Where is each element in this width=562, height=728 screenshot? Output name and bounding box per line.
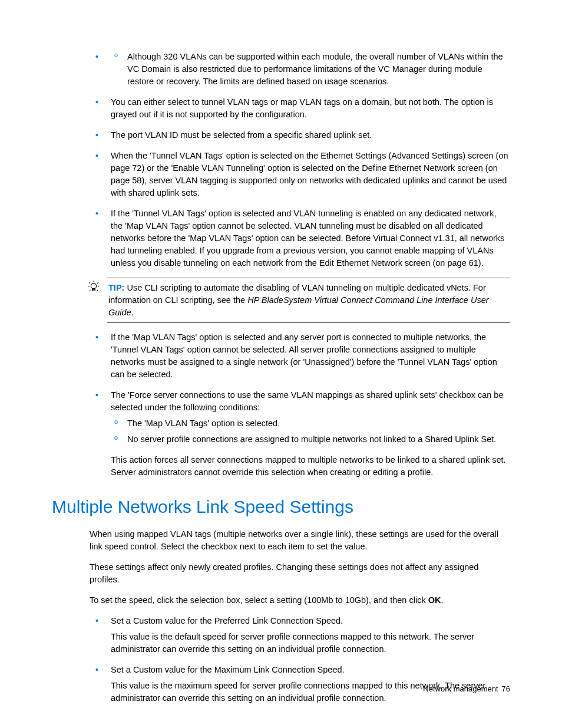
list-item: You can either select to tunnel VLAN tag… (90, 96, 510, 121)
footer-page-number: 76 (502, 684, 510, 693)
list-item: If the 'Map VLAN Tags' option is selecte… (90, 331, 510, 381)
ok-label: OK (428, 595, 441, 605)
list-item: The port VLAN ID must be selected from a… (90, 129, 510, 141)
svg-line-3 (97, 282, 98, 283)
continued-list-item: Although 320 VLANs can be supported with… (90, 51, 510, 88)
paragraph: To set the speed, click the selection bo… (90, 594, 510, 607)
list-item: If the 'Tunnel VLAN Tags' option is sele… (90, 207, 510, 269)
section-heading: Multiple Networks Link Speed Settings (52, 494, 510, 520)
list-item-body: This value is the default speed for serv… (111, 631, 510, 655)
svg-line-6 (90, 290, 90, 291)
tip-text-end: . (131, 308, 134, 317)
lightbulb-icon (87, 281, 100, 294)
paragraph: This action forces all server connection… (90, 454, 510, 479)
text: To set the speed, click the selection bo… (90, 595, 428, 605)
list-item-head: Set a Custom value for the Maximum Link … (111, 665, 345, 674)
nested-list: Although 320 VLANs can be supported with… (111, 51, 510, 88)
page-content: Although 320 VLANs can be supported with… (52, 51, 510, 704)
tip-callout: TIP: Use CLI scripting to automate the d… (107, 278, 510, 323)
list-item-head: Set a Custom value for the Preferred Lin… (111, 616, 343, 625)
continued-outer-list: Although 320 VLANs can be supported with… (90, 51, 510, 88)
nested-list-item: No server profile connections are assign… (111, 433, 510, 446)
nested-list-item: The 'Map VLAN Tags' option is selected. (111, 417, 510, 430)
svg-line-2 (89, 282, 90, 283)
nested-list: The 'Map VLAN Tags' option is selected. … (111, 417, 510, 446)
bullet-list-1: You can either select to tunnel VLAN tag… (90, 96, 510, 269)
list-item-text: The 'Force server connections to use the… (111, 390, 503, 412)
page-footer: Network management76 (423, 684, 510, 695)
svg-point-0 (91, 284, 96, 289)
list-item: The 'Force server connections to use the… (90, 389, 510, 446)
list-item: When the 'Tunnel VLAN Tags' option is se… (90, 150, 510, 199)
paragraph: These settings affect only newly created… (90, 561, 510, 586)
paragraph: When using mapped VLAN tags (multiple ne… (90, 528, 510, 553)
bullet-list-2: If the 'Map VLAN Tags' option is selecte… (90, 331, 510, 446)
nested-list-item: Although 320 VLANs can be supported with… (111, 51, 510, 88)
footer-section: Network management (423, 684, 498, 693)
list-item: Set a Custom value for the Preferred Lin… (90, 615, 510, 655)
text: . (441, 595, 443, 605)
tip-label: TIP: (108, 283, 124, 292)
svg-line-7 (97, 290, 98, 291)
